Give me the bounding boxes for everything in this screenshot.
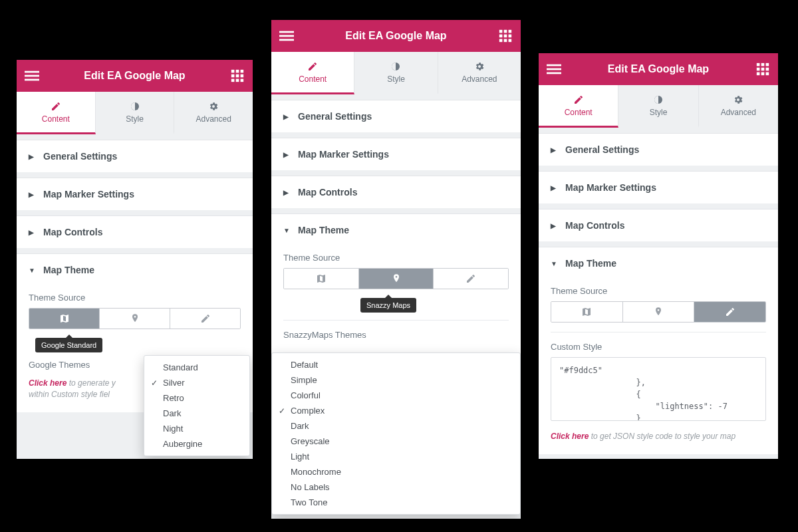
dropdown-option[interactable]: Greyscale bbox=[272, 434, 520, 449]
svg-rect-37 bbox=[766, 72, 769, 76]
hint-link[interactable]: Click here bbox=[551, 432, 589, 441]
svg-rect-9 bbox=[231, 79, 235, 82]
theme-source-snazzy[interactable] bbox=[100, 309, 170, 329]
dropdown-option-label: Complex bbox=[291, 406, 325, 416]
section-marker: ▶ Map Marker Settings bbox=[17, 178, 253, 210]
section-controls-head[interactable]: ▶Map Controls bbox=[539, 209, 778, 241]
tab-style[interactable]: Style bbox=[354, 52, 438, 94]
edit-icon bbox=[200, 313, 211, 324]
dropdown-option[interactable]: Light bbox=[272, 449, 520, 464]
tab-content[interactable]: Content bbox=[539, 85, 618, 128]
svg-rect-14 bbox=[279, 35, 294, 37]
dropdown-option[interactable]: Two Tone bbox=[272, 495, 520, 510]
tab-content[interactable]: Content bbox=[271, 52, 354, 94]
dropdown-option-label: Silver bbox=[163, 378, 185, 388]
hamburger-icon[interactable] bbox=[279, 29, 294, 43]
dropdown-option[interactable]: ✓Silver bbox=[144, 375, 249, 390]
theme-source-snazzy[interactable] bbox=[359, 269, 434, 289]
section-marker-head[interactable]: ▶Map Marker Settings bbox=[271, 138, 521, 170]
check-icon: ✓ bbox=[279, 406, 287, 416]
svg-rect-30 bbox=[761, 63, 765, 66]
dropdown-option[interactable]: No Labels bbox=[272, 479, 520, 495]
section-theme-head[interactable]: ▼ Map Theme bbox=[17, 254, 253, 286]
apps-grid-icon[interactable] bbox=[498, 29, 513, 43]
svg-rect-36 bbox=[761, 72, 765, 76]
tab-content[interactable]: Content bbox=[17, 92, 96, 134]
google-themes-dropdown[interactable]: Standard✓SilverRetroDarkNightAubergine bbox=[144, 355, 250, 456]
svg-rect-27 bbox=[547, 68, 561, 70]
spacer bbox=[17, 248, 253, 253]
tab-style[interactable]: Style bbox=[96, 92, 175, 134]
accordion: ▶ General Settings ▶ Map Marker Settings… bbox=[17, 134, 253, 459]
apps-grid-icon[interactable] bbox=[230, 68, 245, 83]
snazzy-themes-dropdown[interactable]: DefaultSimpleColorful✓ComplexDarkGreysca… bbox=[271, 352, 521, 515]
spacer bbox=[17, 134, 253, 140]
svg-rect-6 bbox=[231, 74, 235, 78]
dropdown-option[interactable]: Simple bbox=[272, 372, 520, 388]
theme-source-label: Theme Source bbox=[551, 286, 766, 296]
section-controls-head[interactable]: ▶ Map Controls bbox=[17, 216, 253, 248]
section-general-head[interactable]: ▶ General Settings bbox=[17, 140, 253, 172]
tab-advanced[interactable]: Advanced bbox=[174, 92, 253, 134]
theme-source-snazzy[interactable] bbox=[623, 302, 695, 322]
tooltip-snazzy-maps: Snazzy Maps bbox=[360, 298, 416, 313]
theme-source-google[interactable] bbox=[29, 309, 100, 329]
section-general-head[interactable]: ▶General Settings bbox=[539, 134, 778, 166]
theme-source-label: Theme Source bbox=[283, 253, 509, 263]
apps-grid-icon[interactable] bbox=[755, 62, 770, 76]
svg-rect-16 bbox=[499, 30, 503, 33]
panel-title: Edit EA Google Map bbox=[561, 63, 755, 75]
spacer bbox=[17, 172, 253, 178]
section-theme-head[interactable]: ▼Map Theme bbox=[539, 247, 778, 279]
section-general-head[interactable]: ▶General Settings bbox=[271, 100, 521, 132]
svg-rect-22 bbox=[499, 39, 503, 43]
theme-source-google[interactable] bbox=[284, 269, 359, 289]
dropdown-option[interactable]: ✓Complex bbox=[272, 403, 520, 418]
dropdown-option[interactable]: Aubergine bbox=[144, 436, 249, 452]
section-theme-body: Theme Source Google Standard Google Them… bbox=[17, 286, 253, 412]
dropdown-option[interactable]: Dark bbox=[272, 418, 520, 434]
hint-link[interactable]: Click here bbox=[29, 378, 66, 388]
hint-text: Click here to get JSON style code to sty… bbox=[551, 431, 766, 442]
section-marker-head[interactable]: ▶Map Marker Settings bbox=[539, 172, 778, 203]
map-fold-icon bbox=[59, 313, 70, 324]
svg-rect-10 bbox=[236, 79, 239, 82]
tab-advanced[interactable]: Advanced bbox=[438, 52, 521, 94]
svg-rect-26 bbox=[547, 65, 561, 66]
dropdown-option[interactable]: Default bbox=[272, 357, 520, 372]
panel-header: Edit EA Google Map bbox=[17, 60, 253, 92]
section-marker-head[interactable]: ▶ Map Marker Settings bbox=[17, 178, 253, 210]
hamburger-icon[interactable] bbox=[25, 68, 39, 83]
dropdown-option[interactable]: Monochrome bbox=[272, 464, 520, 479]
svg-rect-28 bbox=[547, 72, 561, 74]
dropdown-option[interactable]: Dark bbox=[144, 406, 249, 421]
section-marker-label: Map Marker Settings bbox=[43, 189, 134, 200]
pin-icon bbox=[653, 307, 664, 317]
map-fold-icon bbox=[316, 273, 327, 284]
section-general-label: General Settings bbox=[43, 151, 117, 162]
panel-snazzy-maps: Edit EA Google Map Content Style Advance… bbox=[271, 20, 521, 519]
dropdown-option[interactable]: Colorful bbox=[272, 388, 520, 403]
section-theme: ▼ Map Theme Theme Source Google Standar bbox=[17, 253, 253, 412]
dropdown-option-label: Colorful bbox=[291, 390, 321, 400]
theme-source-google[interactable] bbox=[551, 302, 623, 322]
section-controls-head[interactable]: ▶Map Controls bbox=[271, 176, 521, 208]
dropdown-option[interactable]: Night bbox=[144, 421, 249, 436]
svg-rect-33 bbox=[761, 68, 765, 71]
dropdown-option[interactable]: Retro bbox=[144, 390, 249, 406]
hamburger-icon[interactable] bbox=[547, 62, 561, 76]
theme-source-custom[interactable] bbox=[170, 309, 240, 329]
theme-source-custom[interactable] bbox=[434, 269, 508, 289]
custom-style-textarea[interactable] bbox=[551, 357, 766, 421]
svg-rect-13 bbox=[279, 31, 294, 33]
dropdown-option-label: No Labels bbox=[291, 482, 330, 492]
svg-rect-11 bbox=[241, 79, 244, 82]
tab-advanced[interactable]: Advanced bbox=[699, 85, 778, 128]
theme-source-custom[interactable] bbox=[694, 302, 765, 322]
svg-rect-19 bbox=[499, 35, 503, 38]
svg-rect-2 bbox=[25, 79, 39, 81]
dropdown-option[interactable]: Standard bbox=[144, 360, 249, 375]
tab-style[interactable]: Style bbox=[618, 85, 698, 128]
section-theme-head[interactable]: ▼Map Theme bbox=[271, 214, 521, 246]
caret-right-icon: ▶ bbox=[29, 229, 35, 236]
